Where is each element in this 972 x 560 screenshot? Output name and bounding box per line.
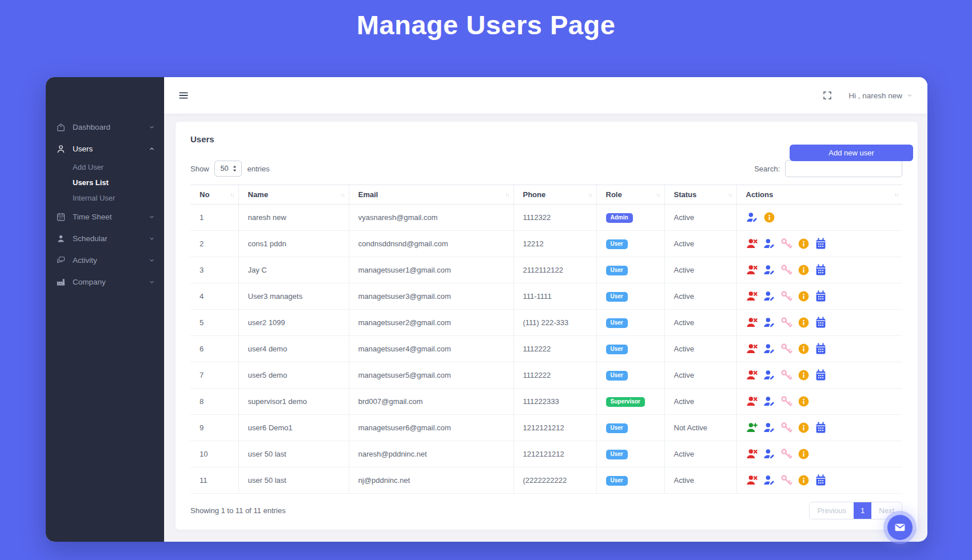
user-x-icon[interactable] <box>746 343 758 355</box>
user-edit-icon[interactable] <box>763 448 775 460</box>
column-header-actions[interactable]: Actions ↑↓ <box>736 185 902 205</box>
add-new-user-button[interactable]: Add new user <box>790 145 913 161</box>
key-icon[interactable] <box>780 343 792 355</box>
chat-fab-button[interactable] <box>887 515 913 540</box>
chat-icon <box>56 255 66 265</box>
calendar-icon[interactable] <box>815 422 827 434</box>
table-row: 8 supervisor1 demo brd007@gmail.com 1112… <box>190 389 902 415</box>
cell-actions <box>736 205 902 231</box>
key-icon[interactable] <box>780 290 792 302</box>
info-icon[interactable] <box>798 448 810 460</box>
cell-role: Admin <box>596 205 664 231</box>
cell-role: User <box>596 283 664 310</box>
calendar-icon[interactable] <box>815 317 827 329</box>
calendar-icon[interactable] <box>815 369 827 381</box>
column-header-phone[interactable]: Phone ↑↓ <box>513 185 596 205</box>
info-icon[interactable] <box>798 474 810 486</box>
calendar-icon[interactable] <box>815 290 827 302</box>
calendar-icon[interactable] <box>815 264 827 276</box>
info-icon[interactable] <box>798 317 810 329</box>
column-header-name[interactable]: Name ↑↓ <box>238 185 349 205</box>
cell-actions <box>736 257 902 283</box>
cell-actions <box>736 389 902 415</box>
info-icon[interactable] <box>798 264 810 276</box>
info-icon[interactable] <box>798 422 810 434</box>
key-icon[interactable] <box>780 369 792 381</box>
sidebar-subitem-internal-user[interactable]: Internal User <box>46 190 164 206</box>
user-x-icon[interactable] <box>746 264 758 276</box>
sidebar-item-company[interactable]: Company <box>46 271 164 293</box>
user-edit-icon[interactable] <box>763 290 775 302</box>
calendar-icon[interactable] <box>815 238 827 250</box>
user-greeting: Hi , naresh new <box>848 91 902 100</box>
sidebar-item-activity[interactable]: Activity <box>46 249 164 271</box>
show-label: Show <box>190 165 209 173</box>
sidebar-item-users[interactable]: Users <box>46 138 164 159</box>
column-header-no[interactable]: No ↑↓ <box>190 185 238 205</box>
user-edit-icon[interactable] <box>763 422 775 434</box>
user-edit-icon[interactable] <box>763 369 775 381</box>
user-edit-icon[interactable] <box>763 317 775 329</box>
calendar-icon[interactable] <box>815 474 827 486</box>
info-icon[interactable] <box>798 238 810 250</box>
user-edit-icon[interactable] <box>763 474 775 486</box>
sidebar-subitem-add-user[interactable]: Add User <box>46 159 164 175</box>
page-size-select[interactable]: 50 <box>214 161 242 177</box>
cell-status: Active <box>664 310 736 336</box>
key-icon[interactable] <box>780 474 792 486</box>
sidebar-nav: Dashboard Users Add UserUsers ListIntern… <box>46 116 164 293</box>
user-x-icon[interactable] <box>746 317 758 329</box>
info-icon[interactable] <box>798 290 810 302</box>
cell-phone: 2112112122 <box>513 257 596 283</box>
cell-name: cons1 pddn <box>238 231 349 257</box>
user-menu[interactable]: Hi , naresh new <box>848 91 913 100</box>
key-icon[interactable] <box>780 317 792 329</box>
user-plus-icon[interactable] <box>746 422 758 434</box>
cell-phone: 1112322 <box>513 205 596 231</box>
user-x-icon[interactable] <box>746 395 758 407</box>
previous-page-button[interactable]: Previous <box>810 502 854 519</box>
sidebar-subitem-users-list[interactable]: Users List <box>46 175 164 190</box>
entries-summary: Showing 1 to 11 of 11 entries <box>190 506 285 515</box>
key-icon[interactable] <box>780 448 792 460</box>
cell-name: Jay C <box>238 257 349 283</box>
user-edit-icon[interactable] <box>763 343 775 355</box>
cell-no: 8 <box>190 389 238 415</box>
key-icon[interactable] <box>780 238 792 250</box>
user-x-icon[interactable] <box>746 369 758 381</box>
sidebar-item-time-sheet[interactable]: Time Sheet <box>46 206 164 227</box>
table-row: 1 naresh new vyasnaresh@gmail.com 111232… <box>190 205 902 231</box>
cell-name: user6 Demo1 <box>238 415 349 441</box>
user-x-icon[interactable] <box>746 474 758 486</box>
menu-toggle-button[interactable] <box>176 87 192 103</box>
key-icon[interactable] <box>780 395 792 407</box>
sidebar-item-schedular[interactable]: Schedular <box>46 227 164 249</box>
sidebar-item-dashboard[interactable]: Dashboard <box>46 116 164 138</box>
info-icon[interactable] <box>798 395 810 407</box>
key-icon[interactable] <box>780 422 792 434</box>
cell-email: managetsuser6@gmail.com <box>349 415 513 441</box>
user-edit-icon[interactable] <box>746 211 758 223</box>
cell-role: User <box>596 336 664 362</box>
cell-no: 4 <box>190 283 238 310</box>
column-header-email[interactable]: Email ↑↓ <box>349 185 513 205</box>
key-icon[interactable] <box>780 264 792 276</box>
calendar-icon[interactable] <box>815 343 827 355</box>
info-icon[interactable] <box>798 369 810 381</box>
user-edit-icon[interactable] <box>763 264 775 276</box>
search-input[interactable] <box>785 160 902 177</box>
column-header-role[interactable]: Role ↑↓ <box>596 185 664 205</box>
sidebar-item-label: Time Sheet <box>73 213 112 221</box>
cell-actions <box>736 415 902 441</box>
fullscreen-button[interactable] <box>821 89 834 102</box>
user-x-icon[interactable] <box>746 448 758 460</box>
cell-role: User <box>596 362 664 389</box>
user-edit-icon[interactable] <box>763 395 775 407</box>
column-header-status[interactable]: Status ↑↓ <box>664 185 736 205</box>
info-icon[interactable] <box>763 211 775 223</box>
user-x-icon[interactable] <box>746 290 758 302</box>
column-header-label: Name <box>248 190 268 199</box>
user-x-icon[interactable] <box>746 238 758 250</box>
info-icon[interactable] <box>798 343 810 355</box>
user-edit-icon[interactable] <box>763 238 775 250</box>
